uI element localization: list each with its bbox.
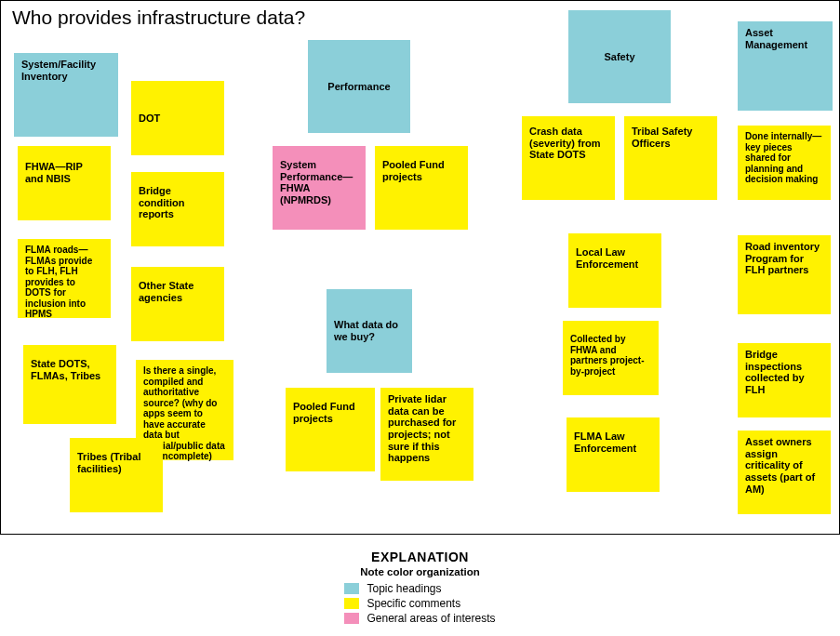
legend-heading: EXPLANATION [0, 550, 840, 564]
note-tribal-safety-officers: Tribal Safety Officers [624, 116, 717, 200]
note-private-lidar: Private lidar data can be purchased for … [380, 388, 473, 481]
note-crash-data: Crash data (severity) from State DOTS [522, 116, 615, 200]
diagram-frame: Who provides infrastructure data? System… [0, 0, 840, 535]
legend-label-comment: Specific comments [367, 596, 460, 611]
legend-row-general: General areas of interests [344, 611, 495, 626]
legend-label-topic: Topic headings [367, 581, 441, 596]
note-asset-owners-criticality: Asset owners assign criticality of asset… [738, 431, 831, 514]
note-local-law-enforcement: Local Law Enforcement [568, 233, 661, 308]
note-done-internally: Done internally—key pieces shared for pl… [738, 126, 831, 200]
note-collected-by-fhwa: Collected by FHWA and partners project-b… [563, 321, 659, 395]
note-fhwa-rip-nbis: FHWA—RIP and NBIS [18, 146, 111, 220]
note-asset-management: Asset Management [738, 21, 833, 111]
diagram-title: Who provides infrastructure data? [12, 7, 305, 29]
note-system-performance-fhwa: System Performance—FHWA (NPMRDS) [273, 146, 366, 230]
note-bridge-condition: Bridge condition reports [131, 172, 224, 246]
legend: EXPLANATION Note color organization Topi… [0, 535, 840, 628]
note-performance: Performance [308, 40, 410, 133]
legend-rows: Topic headings Specific comments General… [344, 581, 495, 627]
note-flma-roads: FLMA roads—FLMAs provide to FLH, FLH pro… [18, 239, 111, 318]
note-safety: Safety [568, 10, 671, 103]
legend-label-general: General areas of interests [367, 611, 495, 626]
note-system-facility-inventory: System/Facility Inventory [14, 53, 118, 137]
note-pooled-fund-1: Pooled Fund projects [375, 146, 468, 230]
note-pooled-fund-2: Pooled Fund projects [286, 388, 375, 471]
legend-row-topic: Topic headings [344, 581, 495, 596]
legend-subheading: Note color organization [0, 566, 840, 577]
swatch-general [344, 613, 359, 624]
note-state-dots-flmas-tribes: State DOTS, FLMAs, Tribes [23, 345, 116, 424]
note-flma-law-enforcement: FLMA Law Enforcement [567, 417, 660, 492]
note-bridge-inspections-flh: Bridge inspections collected by FLH [738, 343, 831, 417]
note-other-state-agencies: Other State agencies [131, 267, 224, 341]
note-what-data-buy: What data do we buy? [327, 289, 412, 373]
note-dot: DOT [131, 81, 224, 155]
swatch-topic [344, 583, 359, 594]
note-tribes-tribal-facilities: Tribes (Tribal facilities) [70, 438, 163, 512]
legend-row-comment: Specific comments [344, 596, 495, 611]
swatch-comment [344, 598, 359, 609]
note-road-inventory-program: Road inventory Program for FLH partners [738, 235, 831, 314]
